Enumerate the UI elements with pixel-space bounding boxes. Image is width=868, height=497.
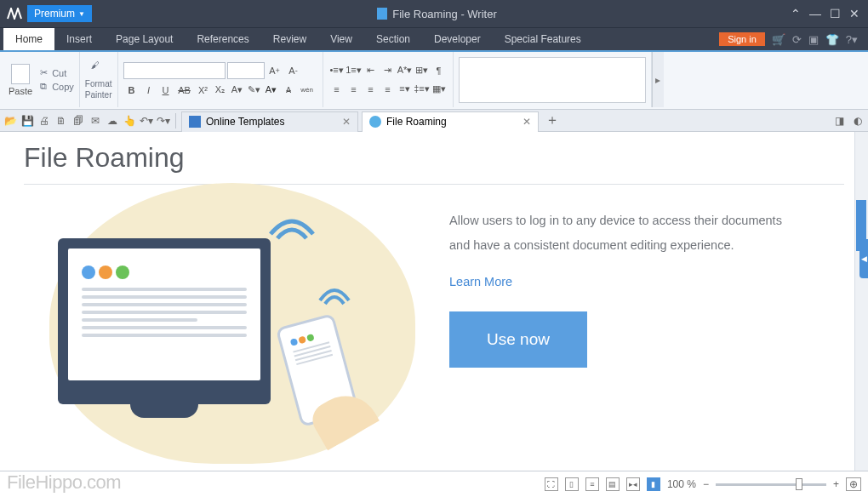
page-title: File Roaming bbox=[24, 142, 868, 174]
view-fullscreen-icon[interactable]: ⛶ bbox=[545, 477, 558, 491]
menu-references[interactable]: References bbox=[185, 28, 260, 50]
email-icon[interactable]: ✉ bbox=[89, 114, 102, 128]
view-outline-icon[interactable]: ≡ bbox=[585, 477, 599, 491]
menu-page-layout[interactable]: Page Layout bbox=[104, 28, 185, 50]
template-icon bbox=[189, 116, 201, 128]
font-name-combo[interactable] bbox=[123, 62, 226, 79]
change-case-button[interactable]: A*▾ bbox=[397, 63, 414, 78]
show-marks-button[interactable]: ¶ bbox=[431, 63, 448, 78]
save-icon[interactable]: 💾 bbox=[20, 114, 34, 128]
settings-icon[interactable]: ▣ bbox=[808, 33, 819, 46]
increase-indent-button[interactable]: ⇥ bbox=[380, 63, 397, 78]
font-size-combo[interactable] bbox=[227, 62, 265, 79]
document-title: File Roaming - Writer bbox=[392, 8, 497, 20]
subscript-button[interactable]: X₂ bbox=[212, 83, 229, 98]
menu-home[interactable]: Home bbox=[3, 28, 54, 50]
open-folder-icon[interactable]: 📂 bbox=[3, 114, 17, 128]
side-panel-icon[interactable]: ◨ bbox=[832, 114, 846, 128]
italic-button[interactable]: I bbox=[140, 83, 157, 98]
menu-bar: Home Insert Page Layout References Revie… bbox=[0, 27, 868, 50]
maximize-icon[interactable]: ☐ bbox=[830, 7, 841, 20]
format-painter-button[interactable]: 🖌 Format Painter bbox=[80, 52, 118, 107]
title-bar: Premium ▼ File Roaming - Writer ⌃ ― ☐ ✕ bbox=[0, 0, 868, 27]
grow-font-button[interactable]: A+ bbox=[266, 63, 283, 78]
copy-icon: ⧉ bbox=[37, 81, 49, 93]
cut-button[interactable]: ✂Cut bbox=[37, 67, 74, 79]
zoom-slider[interactable] bbox=[716, 483, 826, 486]
history-icon[interactable]: ⟳ bbox=[792, 33, 802, 46]
illustration bbox=[24, 200, 432, 438]
menu-review[interactable]: Review bbox=[261, 28, 318, 50]
cart-icon[interactable]: 🛒 bbox=[772, 33, 785, 46]
align-right-button[interactable]: ≡ bbox=[363, 82, 380, 97]
align-justify-button[interactable]: ≡ bbox=[380, 82, 397, 97]
brush-icon: 🖌 bbox=[91, 60, 106, 77]
add-tab-button[interactable]: ＋ bbox=[542, 111, 562, 129]
zoom-out-button[interactable]: − bbox=[703, 478, 709, 490]
minimize-icon[interactable]: ― bbox=[809, 7, 821, 20]
style-gallery[interactable] bbox=[459, 57, 646, 103]
vertical-scrollbar[interactable] bbox=[854, 132, 868, 471]
numbering-button[interactable]: 1≡▾ bbox=[345, 63, 363, 78]
undo-icon[interactable]: ↶▾ bbox=[140, 114, 153, 128]
collapse-ribbon-icon[interactable]: ⌃ bbox=[791, 7, 801, 20]
text-effects-button[interactable]: A▾ bbox=[229, 83, 246, 98]
shrink-font-button[interactable]: A- bbox=[285, 63, 302, 78]
borders-button[interactable]: ⊞▾ bbox=[414, 63, 431, 78]
phonetic-guide-button[interactable]: wén bbox=[297, 83, 317, 98]
side-panel-toggle[interactable]: ◀ bbox=[859, 239, 868, 278]
print-preview-icon[interactable]: 🗎 bbox=[54, 114, 68, 128]
menu-insert[interactable]: Insert bbox=[54, 28, 104, 50]
paste-icon bbox=[11, 64, 30, 84]
paste-button[interactable]: Paste bbox=[9, 64, 32, 96]
tab-file-roaming[interactable]: File Roaming ✕ bbox=[362, 111, 539, 132]
sign-in-button[interactable]: Sign in bbox=[719, 32, 765, 46]
use-now-button[interactable]: Use now bbox=[449, 311, 587, 368]
skin-icon[interactable]: 👕 bbox=[825, 33, 839, 46]
print-icon[interactable]: 🖨 bbox=[37, 114, 51, 128]
ribbon-styles bbox=[454, 52, 652, 107]
underline-button[interactable]: U bbox=[157, 83, 174, 98]
view-web-icon[interactable]: ▤ bbox=[606, 477, 620, 491]
decrease-indent-button[interactable]: ⇤ bbox=[363, 63, 380, 78]
fit-page-button[interactable]: ⊕ bbox=[846, 477, 861, 491]
redo-icon[interactable]: ↷▾ bbox=[157, 114, 170, 128]
distribute-button[interactable]: ≡▾ bbox=[397, 82, 414, 97]
premium-button[interactable]: Premium ▼ bbox=[27, 5, 92, 22]
view-print-icon[interactable]: ▮ bbox=[647, 477, 660, 491]
close-tab-icon[interactable]: ✕ bbox=[342, 116, 351, 128]
align-left-button[interactable]: ≡ bbox=[328, 82, 345, 97]
wifi-icon bbox=[262, 191, 322, 243]
view-reading-icon[interactable]: ▸◂ bbox=[626, 477, 640, 491]
strikethrough-button[interactable]: AB bbox=[174, 83, 195, 98]
menu-special-features[interactable]: Special Features bbox=[493, 28, 593, 50]
highlight-button[interactable]: ✎▾ bbox=[246, 83, 263, 98]
copy-button[interactable]: ⧉Copy bbox=[37, 81, 74, 93]
align-center-button[interactable]: ≡ bbox=[345, 82, 363, 97]
touch-mode-icon[interactable]: 👆 bbox=[123, 114, 136, 128]
view-page-icon[interactable]: ▯ bbox=[565, 477, 579, 491]
pin-icon[interactable]: ◐ bbox=[851, 114, 865, 128]
menu-section[interactable]: Section bbox=[364, 28, 422, 50]
shading-button[interactable]: ▦▾ bbox=[431, 82, 448, 97]
zoom-in-button[interactable]: + bbox=[833, 478, 839, 490]
clear-format-button[interactable]: A̶ bbox=[280, 83, 297, 98]
learn-more-link[interactable]: Learn More bbox=[449, 270, 790, 294]
font-color-button[interactable]: A▾ bbox=[263, 83, 280, 98]
help-icon[interactable]: ?▾ bbox=[846, 33, 858, 46]
close-icon[interactable]: ✕ bbox=[849, 7, 859, 20]
wifi-icon bbox=[313, 268, 356, 306]
line-spacing-button[interactable]: ‡≡▾ bbox=[414, 82, 431, 97]
export-pdf-icon[interactable]: 🗐 bbox=[71, 114, 85, 128]
menu-view[interactable]: View bbox=[318, 28, 364, 50]
premium-label: Premium bbox=[34, 8, 75, 20]
menu-developer[interactable]: Developer bbox=[422, 28, 493, 50]
superscript-button[interactable]: X² bbox=[195, 83, 212, 98]
close-tab-icon[interactable]: ✕ bbox=[523, 116, 531, 128]
tab-online-templates[interactable]: Online Templates ✕ bbox=[181, 111, 358, 132]
bold-button[interactable]: B bbox=[123, 83, 140, 98]
cloud-icon[interactable]: ☁ bbox=[106, 114, 119, 128]
ribbon-collapse-button[interactable]: ▸ bbox=[652, 52, 664, 107]
bullets-button[interactable]: •≡▾ bbox=[328, 63, 345, 78]
ribbon-paragraph: •≡▾ 1≡▾ ⇤ ⇥ A*▾ ⊞▾ ¶ ≡ ≡ ≡ ≡ ≡▾ ‡≡▾ ▦▾ bbox=[323, 52, 454, 107]
